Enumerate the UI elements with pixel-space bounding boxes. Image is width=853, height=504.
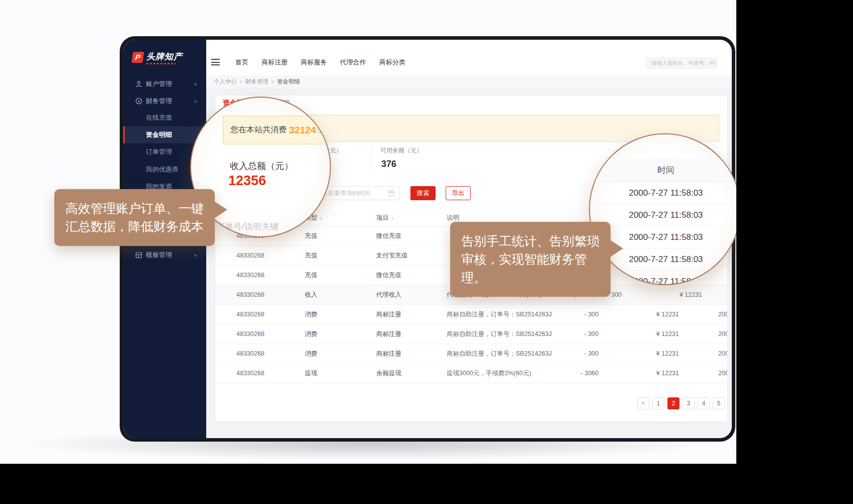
available-balance-label: 可用余额（元） bbox=[380, 146, 422, 155]
nav-home[interactable]: 首页 bbox=[235, 58, 248, 67]
sidebar-item-label: 在线充值 bbox=[146, 113, 172, 122]
table-row[interactable]: 48330268 消费 商标注册 商标自助注册，订单号：SB2514263J -… bbox=[215, 344, 727, 364]
sidebar-item-label: 模板管理 bbox=[146, 250, 172, 260]
cell-desc: 商标自助注册，订单号：SB2514263J bbox=[447, 330, 557, 339]
cell-balance: ¥ 12231 bbox=[599, 330, 679, 338]
cell-balance: ¥ 12231 bbox=[599, 350, 679, 357]
screenshot-canvas: P 头牌知产 账户管理 ∨ bbox=[0, 0, 853, 504]
sidebar-item-online-recharge[interactable]: 在线充值 bbox=[123, 109, 206, 126]
cell-type: 充值 bbox=[305, 232, 376, 240]
callout-right-line1: 告别手工统计、告别繁琐 bbox=[461, 232, 600, 250]
finance-yen-icon: ¥ bbox=[135, 98, 142, 105]
callout-left: 高效管理账户订单、一键 汇总数据，降低财务成本 bbox=[54, 189, 215, 246]
hamburger-menu-icon[interactable] bbox=[211, 59, 220, 65]
global-search-input[interactable]: 请输入商标名，申请号，申请人 bbox=[646, 57, 717, 69]
cell-project: 微信充值 bbox=[376, 271, 447, 280]
lens-income-label: 收入总额（元） bbox=[230, 160, 293, 172]
pagination-page-3[interactable]: 3 bbox=[683, 397, 695, 409]
sidebar-item-label: 资金明细 bbox=[146, 130, 172, 139]
sidebar-item-label: 账户管理 bbox=[146, 79, 172, 89]
cell-order: 48330268 bbox=[215, 350, 305, 357]
breadcrumb-item[interactable]: 财务管理 bbox=[245, 78, 269, 85]
user-icon bbox=[135, 80, 142, 88]
table-row[interactable]: 48330268 消费 商标注册 商标自助注册，订单号：SB2514263J -… bbox=[215, 305, 727, 324]
cell-time: 2000-7-27 11:58:03 bbox=[718, 350, 727, 357]
cell-desc: 商标自助注册，订单号：SB2514263J bbox=[447, 350, 557, 358]
logo-text: 头牌知产 bbox=[146, 52, 183, 62]
chevron-down-icon: ∨ bbox=[194, 82, 197, 87]
cell-type: 消费 bbox=[305, 310, 376, 319]
cell-amount: - 3060 bbox=[557, 370, 599, 377]
lens-income-value: 12356 bbox=[228, 173, 266, 189]
pagination-page-4[interactable]: 4 bbox=[698, 397, 710, 409]
table-row[interactable]: 48330268 消费 商标注册 商标自助注册，订单号：SB2514263J -… bbox=[215, 324, 727, 344]
logo[interactable]: P 头牌知产 bbox=[132, 52, 183, 64]
table-row[interactable]: 48330268 提现 余额提现 提现3000元，手续费2%(60元) - 30… bbox=[215, 364, 727, 383]
sidebar-item-account[interactable]: 账户管理 ∨ bbox=[123, 75, 206, 93]
callout-right-line2: 审核，实现智能财务管 bbox=[461, 250, 600, 268]
sort-caret-icon: ∨ bbox=[319, 216, 322, 221]
cell-amount: - 300 bbox=[557, 350, 599, 357]
cell-project: 支付宝充值 bbox=[376, 251, 447, 260]
nav-trademark-register[interactable]: 商标注册 bbox=[262, 58, 288, 67]
lens-time-cell: 2000-7-27 11:58:03 bbox=[590, 182, 736, 204]
export-button[interactable]: 导出 bbox=[446, 186, 471, 200]
search-button[interactable]: 搜索 bbox=[410, 186, 436, 200]
callout-arrow-right-icon bbox=[610, 240, 623, 257]
cell-type: 充值 bbox=[305, 251, 376, 260]
pagination-page-1[interactable]: 1 bbox=[652, 397, 664, 409]
cell-balance: ¥ 12231 bbox=[622, 291, 702, 298]
sidebar-item-templates[interactable]: 模板管理 ∨ bbox=[123, 246, 206, 264]
cell-project: 余额提现 bbox=[376, 369, 447, 378]
breadcrumb: 个人中心>财务管理>资金明细 bbox=[206, 75, 732, 88]
cell-balance: ¥ 12231 bbox=[599, 370, 679, 377]
cell-time: 2000-7-27 11:58:03 bbox=[718, 311, 727, 318]
calendar-icon[interactable] bbox=[388, 190, 394, 196]
header-type[interactable]: 类型∨ bbox=[305, 214, 376, 222]
nav-trademark-service[interactable]: 商标服务 bbox=[301, 58, 327, 67]
pagination-prev-button[interactable]: < bbox=[637, 397, 649, 409]
nav-trademark-category[interactable]: 商标分类 bbox=[379, 58, 405, 67]
cell-order: 48330268 bbox=[215, 272, 305, 279]
cell-project: 商标注册 bbox=[376, 350, 447, 358]
lens-banner-prefix: 您在本站共消费 bbox=[230, 125, 287, 135]
cell-desc: 商标自助注册，订单号：SB2514263J bbox=[447, 310, 557, 319]
cell-time: 2000-7-27 11:58:03 bbox=[718, 330, 727, 338]
sort-caret-icon: ∨ bbox=[391, 216, 394, 221]
cell-amount: - 300 bbox=[557, 311, 599, 318]
magnifier-lens-right: 时间 2000-7-27 11:58:03 2000-7-27 11:58:03… bbox=[589, 133, 736, 285]
header-desc: 说明 bbox=[447, 214, 557, 222]
cell-order: 48330268 bbox=[215, 291, 305, 298]
callout-right-line3: 理。 bbox=[461, 269, 600, 287]
svg-text:¥: ¥ bbox=[137, 99, 140, 104]
sidebar-item-label: 订单管理 bbox=[146, 147, 172, 156]
cell-type: 提现 bbox=[305, 369, 376, 378]
cell-type: 消费 bbox=[305, 330, 376, 339]
cell-project: 商标注册 bbox=[376, 330, 447, 339]
cell-order: 48330268 bbox=[215, 252, 305, 259]
cell-project: 微信充值 bbox=[376, 232, 447, 240]
cell-order: 48330268 bbox=[215, 370, 305, 377]
cell-amount: - 300 bbox=[557, 330, 599, 338]
top-navbar: 首页 商标注册 商标服务 代理合作 商标分类 请输入商标名，申请号，申请人 bbox=[206, 40, 732, 75]
pagination-page-5[interactable]: 5 bbox=[713, 397, 725, 409]
breadcrumb-separator: > bbox=[271, 78, 275, 85]
cell-desc: 提现3000元，手续费2%(60元) bbox=[447, 369, 557, 378]
breadcrumb-current: 资金明细 bbox=[277, 78, 300, 85]
cell-order: 48330268 bbox=[215, 330, 305, 338]
header-project[interactable]: 项目∨ bbox=[376, 214, 447, 222]
cell-order: 48330268 bbox=[215, 311, 305, 318]
stats-divider bbox=[371, 147, 372, 170]
sidebar-item-finance[interactable]: ¥ 财务管理 ∧ bbox=[123, 93, 206, 110]
logo-icon: P bbox=[131, 52, 144, 63]
logo-caption bbox=[146, 63, 176, 64]
sidebar-item-fund-details[interactable]: 资金明细 bbox=[123, 126, 206, 143]
page-background: P 头牌知产 账户管理 ∨ bbox=[0, 0, 736, 464]
cell-project: 代理收入 bbox=[376, 291, 447, 299]
breadcrumb-item[interactable]: 个人中心 bbox=[214, 78, 237, 85]
callout-arrow-right-icon bbox=[214, 201, 227, 218]
nav-agent-cooperation[interactable]: 代理合作 bbox=[340, 58, 366, 67]
pagination-page-2-active[interactable]: 2 bbox=[667, 397, 679, 409]
callout-left-line1: 高效管理账户订单、一键 bbox=[65, 199, 204, 217]
cell-type: 充值 bbox=[305, 271, 376, 280]
